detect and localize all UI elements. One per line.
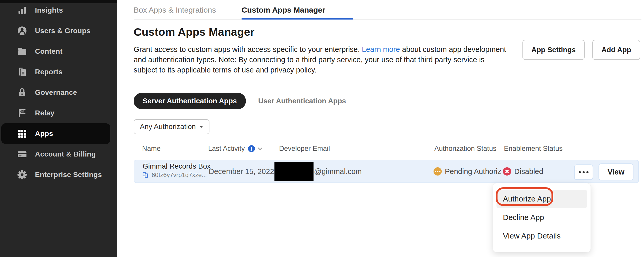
table-header: Name Last Activity Developer Email Autho… — [117, 145, 644, 154]
app-id: 60tz6y7vrp1q7xze... — [152, 171, 207, 179]
column-header-last-activity[interactable]: Last Activity — [208, 145, 262, 153]
sidebar-item-users-groups[interactable]: Users & Groups — [0, 21, 117, 41]
description-text-start: Grant access to custom apps with access … — [134, 45, 362, 53]
sidebar-item-enterprise-settings[interactable]: Enterprise Settings — [0, 164, 117, 185]
sidebar-item-apps[interactable]: Apps — [1, 123, 110, 144]
column-header-authorization-status[interactable]: Authorization Status — [434, 145, 496, 153]
copy-icon[interactable] — [143, 172, 149, 178]
sidebar-nav: Insights Users & Groups Content Reports — [0, 0, 117, 185]
sidebar-item-governance[interactable]: Governance — [0, 82, 117, 103]
sidebar-item-account-billing[interactable]: Account & Billing — [0, 144, 117, 164]
disabled-status-icon — [503, 167, 511, 176]
box-admin-console: Insights Users & Groups Content Reports — [0, 0, 644, 257]
lock-icon — [16, 87, 28, 98]
sidebar-item-label: Enterprise Settings — [35, 171, 102, 179]
sidebar-item-label: Apps — [35, 130, 53, 138]
app-settings-button[interactable]: App Settings — [522, 40, 585, 60]
column-header-name[interactable]: Name — [142, 145, 161, 153]
menu-item-decline-app[interactable]: Decline App — [496, 208, 587, 227]
column-header-enablement-status[interactable]: Enablement Status — [504, 145, 563, 153]
last-activity-cell: December 15, 2022 — [209, 160, 274, 182]
sidebar-item-reports[interactable]: Reports — [0, 62, 117, 82]
enablement-status-text: Disabled — [514, 167, 543, 176]
gear-icon — [16, 169, 28, 180]
view-button[interactable]: View — [599, 163, 633, 180]
app-id-line: 60tz6y7vrp1q7xze... — [143, 171, 211, 179]
header-buttons: App Settings Add App — [522, 40, 640, 60]
user-auth-apps-toggle[interactable]: User Authentication Apps — [258, 93, 346, 109]
report-icon — [16, 66, 28, 78]
bar-chart-icon — [16, 5, 28, 16]
table-row[interactable]: Gimmal Records Box 60tz6y7vrp1q7xze... D… — [134, 160, 639, 183]
email-domain: @gimmal.com — [314, 167, 362, 176]
sidebar-item-label: Content — [35, 47, 62, 56]
page-description: Grant access to custom apps with access … — [134, 44, 506, 75]
sidebar-item-label: Users & Groups — [35, 27, 90, 35]
info-icon[interactable] — [248, 145, 255, 152]
flag-icon — [16, 107, 28, 119]
more-actions-button[interactable] — [574, 164, 593, 180]
auth-type-toggle: Server Authentication Apps User Authenti… — [134, 93, 346, 109]
page-title: Custom Apps Manager — [134, 26, 254, 38]
sidebar-item-content[interactable]: Content — [0, 41, 117, 62]
menu-item-authorize-app[interactable]: Authorize App — [496, 190, 587, 208]
add-app-button[interactable]: Add App — [592, 40, 640, 60]
authorization-status-text: Pending Authorization — [445, 167, 501, 176]
developer-email-cell: @gimmal.com — [274, 160, 362, 182]
sidebar-item-relay[interactable]: Relay — [0, 103, 117, 123]
app-name: Gimmal Records Box — [143, 162, 211, 170]
column-header-developer-email[interactable]: Developer Email — [279, 145, 330, 153]
sidebar-item-label: Account & Billing — [35, 150, 96, 158]
chevron-down-icon — [258, 146, 262, 150]
main-content: Box Apps & Integrations Custom Apps Mana… — [117, 0, 644, 257]
learn-more-link[interactable]: Learn more — [362, 45, 400, 53]
sidebar-item-label: Governance — [35, 88, 77, 97]
authorization-filter-dropdown[interactable]: Any Authorization — [134, 119, 209, 134]
menu-item-view-app-details[interactable]: View App Details — [496, 227, 587, 245]
redaction-block — [274, 162, 314, 181]
enablement-status-cell: Disabled — [503, 160, 543, 182]
authorization-status-cell: Pending Authorization — [434, 160, 501, 182]
sidebar-item-label: Insights — [35, 6, 63, 14]
server-auth-apps-toggle[interactable]: Server Authentication Apps — [134, 93, 246, 109]
app-name-cell: Gimmal Records Box 60tz6y7vrp1q7xze... — [143, 162, 211, 179]
user-icon — [16, 25, 28, 36]
caret-down-icon — [199, 126, 203, 128]
grid-icon — [16, 128, 28, 139]
pending-status-icon — [434, 167, 442, 176]
tab-bar: Box Apps & Integrations Custom Apps Mana… — [134, 0, 641, 20]
tab-box-apps-integrations[interactable]: Box Apps & Integrations — [134, 0, 216, 20]
sidebar-top-strip — [0, 0, 117, 3]
credit-card-icon — [16, 149, 28, 160]
sidebar-item-label: Reports — [35, 68, 62, 76]
column-header-last-activity-label: Last Activity — [208, 145, 245, 153]
context-menu: Authorize App Decline App View App Detai… — [493, 183, 591, 252]
authorization-filter-value: Any Authorization — [140, 123, 197, 131]
tab-custom-apps-manager[interactable]: Custom Apps Manager — [242, 0, 353, 20]
sidebar: Insights Users & Groups Content Reports — [0, 0, 117, 257]
folder-icon — [16, 46, 28, 57]
sidebar-item-label: Relay — [35, 109, 54, 117]
